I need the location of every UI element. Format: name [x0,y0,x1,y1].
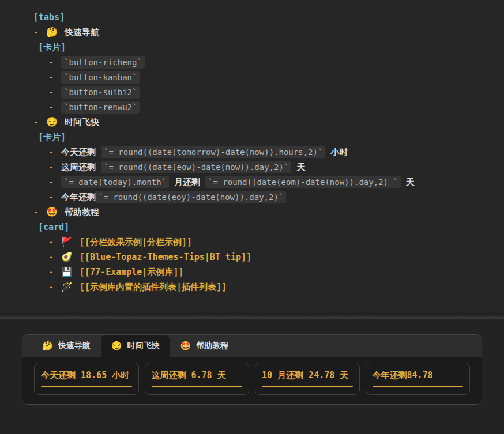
tab-label: 帮助教程 [196,341,228,351]
card-underline [262,386,353,387]
tabs-syntax-tag: [card] [38,222,69,232]
source-line[interactable]: [tabs] [0,10,504,25]
tabs-syntax-tag: [卡片] [38,42,66,53]
source-line[interactable]: -🚩[[分栏效果示例|分栏示例]] [0,235,504,250]
card-text: 10 月还剩 24.78 天 [262,368,353,382]
source-line[interactable]: -`button-renwu2` [0,100,504,115]
list-bullet: - [48,252,54,262]
time-remaining-card: 今天还剩 18.65 小时 [34,363,139,395]
source-line[interactable]: -😏时间飞快 [0,115,504,130]
card-underline [373,386,464,387]
emoji-icon: 🪄 [61,282,73,292]
tab-emoji-icon: 😏 [111,342,122,350]
list-bullet: - [48,102,54,112]
tabs-syntax-tag: [卡片] [38,132,66,143]
time-remaining-card: 今年还剩84.78 [366,363,471,395]
emoji-icon: 🤩 [46,207,58,217]
line-text: 今天还剩 [61,147,101,158]
tab-label: 时间飞快 [127,341,159,351]
card-text: 今天还剩 18.65 小时 [41,368,132,382]
source-line[interactable]: -🤩帮助教程 [0,205,504,220]
tab-emoji-icon: 🤩 [180,342,191,350]
emoji-icon: 🚩 [61,237,73,247]
list-bullet: - [48,57,54,67]
source-line[interactable]: -`= date(today).month` 月还剩 `= round((dat… [0,175,504,190]
line-text: 天 [291,162,305,173]
source-line[interactable]: -`button-suibi2` [0,85,504,100]
emoji-icon: 🤔 [46,28,58,37]
source-line[interactable]: -🤔快速导航 [0,25,504,40]
source-line[interactable]: -今天还剩 `= round((date(tomorrow)-date(now)… [0,145,504,160]
tab-label: 快速导航 [58,341,91,351]
line-text: 今年还剩 [61,192,96,203]
tab-bar: 🤔快速导航😏时间飞快🤩帮助教程 [22,335,482,357]
tabs-widget: 🤔快速导航😏时间飞快🤩帮助教程 今天还剩 18.65 小时这周还剩 6.78 天… [22,334,482,405]
preview-pane: 🤔快速导航😏时间飞快🤩帮助教程 今天还剩 18.65 小时这周还剩 6.78 天… [0,319,504,434]
list-bullet: - [33,207,39,217]
source-line[interactable]: -💾[[77-Example|示例库]] [0,265,504,280]
list-bullet: - [33,117,39,127]
cards-row: 今天还剩 18.65 小时这周还剩 6.78 天10 月还剩 24.78 天今年… [34,363,470,395]
list-bullet: - [48,237,54,247]
inline-code: `button-suibi2` [61,86,140,99]
source-lines: [tabs]-🤔快速导航[卡片]-`button-richeng`-`butto… [0,10,504,295]
tabs-syntax-tag: [tabs] [33,12,65,22]
inline-code: `= date(today).month` [61,176,169,188]
source-line[interactable]: [卡片] [0,40,504,55]
tab-emoji-icon: 🤔 [42,342,53,350]
source-line[interactable]: -`button-kanban` [0,70,504,85]
emoji-icon: 😏 [46,118,58,127]
list-bullet: - [48,282,54,292]
internal-link[interactable]: [[示例库内置的插件列表|插件列表]] [80,282,227,293]
list-bullet: - [48,162,54,172]
line-text: 天 [401,177,415,188]
line-text: 帮助教程 [65,207,99,218]
internal-link[interactable]: [[分栏效果示例|分栏示例]] [80,237,192,248]
preview-tab-2[interactable]: 😏时间飞快 [101,335,170,357]
source-line[interactable]: -这周还剩 `= round((date(eow)-date(now)).day… [0,160,504,175]
source-line[interactable]: -`button-richeng` [0,55,504,70]
internal-link[interactable]: [[77-Example|示例库]] [80,267,183,278]
list-bullet: - [48,72,54,82]
preview-tab-3[interactable]: 🤩帮助教程 [170,335,239,357]
emoji-icon: 💾 [61,267,73,277]
list-bullet: - [48,177,54,187]
source-line[interactable]: -🥑[[Blue-Topaz-Themes-Tips|BT tip]] [0,250,504,265]
line-text: 月还剩 [169,177,205,188]
inline-code: `= round((date(eom)-date(now)).day,2) ` [205,176,401,188]
inline-code: `button-renwu2` [61,101,140,114]
inline-code: `button-kanban` [61,71,140,84]
source-line[interactable]: -今年还剩`= round((date(eoy)-date(now)).day,… [0,190,504,205]
source-line[interactable]: [card] [0,220,504,235]
preview-tab-1[interactable]: 🤔快速导航 [32,335,101,357]
line-text: 这周还剩 [61,162,101,173]
list-bullet: - [48,147,54,157]
line-text: 快速导航 [65,27,99,38]
obsidian-note-view: [tabs]-🤔快速导航[卡片]-`button-richeng`-`butto… [0,0,504,434]
card-text: 今年还剩84.78 [373,368,464,382]
card-underline [41,386,132,387]
tab-content: 今天还剩 18.65 小时这周还剩 6.78 天10 月还剩 24.78 天今年… [22,357,482,404]
emoji-icon: 🥑 [61,252,73,262]
list-bullet: - [48,87,54,97]
inline-code: `= round((date(eoy)-date(now)).day,2)` [96,191,286,203]
line-text: 小时 [325,147,348,158]
list-bullet: - [33,27,39,37]
time-remaining-card: 这周还剩 6.78 天 [145,363,250,395]
card-underline [152,386,243,387]
inline-code: `button-richeng` [61,56,145,69]
list-bullet: - [48,192,54,202]
pane-divider[interactable] [0,311,504,319]
internal-link[interactable]: [[Blue-Topaz-Themes-Tips|BT tip]] [80,252,251,262]
markdown-source-editor[interactable]: [tabs]-🤔快速导航[卡片]-`button-richeng`-`butto… [0,0,504,311]
list-bullet: - [48,267,54,277]
time-remaining-card: 10 月还剩 24.78 天 [255,363,360,395]
inline-code: `= round((date(eow)-date(now)).day,2)` [101,161,291,173]
source-line[interactable]: -🪄[[示例库内置的插件列表|插件列表]] [0,280,504,295]
inline-code: `= round((date(tomorrow)-date(now)).hour… [101,146,325,158]
card-text: 这周还剩 6.78 天 [152,368,243,382]
line-text: 时间飞快 [65,117,99,128]
source-line[interactable]: [卡片] [0,130,504,145]
